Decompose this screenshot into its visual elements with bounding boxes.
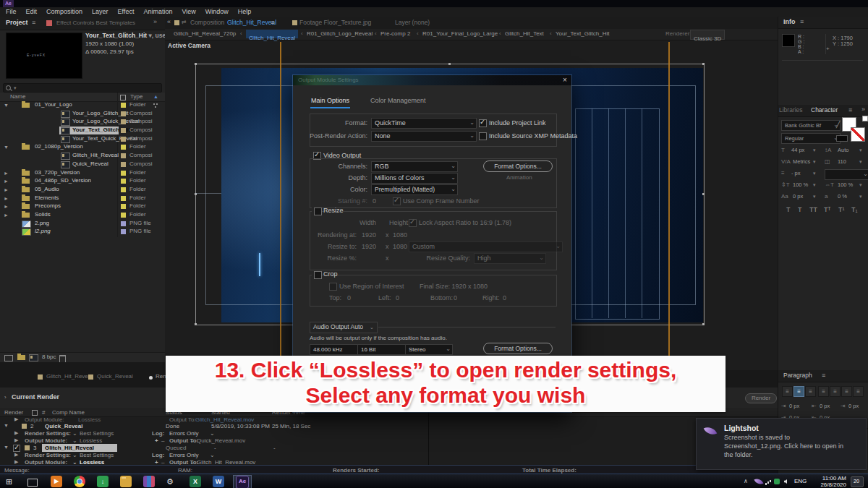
table-row[interactable]: Your_Logo_Quick_Reveal Composi <box>0 118 165 127</box>
tsume-value[interactable]: 0 % <box>838 194 847 200</box>
label-color[interactable] <box>121 162 126 167</box>
menu-effect[interactable]: Effect <box>118 9 135 16</box>
queue-row-quick-reveal[interactable]: ▼ 2 Quick_Reveal Done 5/8/2019, 10:33:08… <box>0 423 778 430</box>
chevron-down-icon[interactable]: ▾ <box>813 159 816 165</box>
sample-rate-select[interactable]: 48.000 kHz <box>310 344 365 355</box>
menu-file[interactable]: File <box>6 9 17 16</box>
dropdown-caret-icon[interactable]: ⌄ <box>72 437 77 444</box>
menu-composition[interactable]: Composition <box>46 9 82 16</box>
chevron-down-icon[interactable]: ▾ <box>859 194 862 200</box>
channels-select[interactable]: RGB <box>371 161 458 172</box>
flowchart-mini-icon[interactable]: ⇄ <box>182 20 187 26</box>
justify-last-right-button[interactable]: ≡ <box>841 386 852 397</box>
label-color[interactable] <box>121 187 126 192</box>
column-render[interactable]: Render <box>4 409 23 416</box>
dropdown-caret-icon[interactable]: ⌄ <box>72 430 77 437</box>
collapsed-icon[interactable]: ► <box>4 213 9 218</box>
label-color[interactable] <box>121 137 126 142</box>
dropdown-caret-icon[interactable]: ⌄ <box>210 430 215 437</box>
after-effects-taskbar-icon[interactable]: Ae <box>236 476 249 488</box>
indent-right-value[interactable]: 0 px <box>820 403 830 409</box>
breadcrumb-item[interactable]: Your_Text_Glitch_Hit <box>556 31 609 38</box>
collapsed-icon[interactable]: ▶ <box>14 437 18 443</box>
table-row[interactable]: ► 05_Audio Folder <box>0 186 165 194</box>
resize-checkbox[interactable] <box>314 207 322 215</box>
align-center-button[interactable]: ≡ <box>793 386 804 397</box>
audio-format-options-button[interactable]: Format Options... <box>483 343 553 354</box>
font-size-value[interactable]: 44 px <box>791 147 804 153</box>
sort-icon[interactable]: ▲ <box>153 94 158 100</box>
color-select[interactable]: Premultiplied (Matted) <box>371 184 458 195</box>
collapsed-icon[interactable]: ▶ <box>14 416 18 422</box>
table-row[interactable]: ▼ 02_1080p_Version Folder <box>0 143 165 152</box>
task-view-icon[interactable] <box>27 479 38 487</box>
tab-main-options[interactable]: Main Options <box>311 98 349 105</box>
faux-bold-button[interactable]: T <box>786 207 791 214</box>
collapsed-icon[interactable]: ► <box>4 204 9 210</box>
tab-info[interactable]: Info <box>783 19 796 26</box>
indent-left-value[interactable]: 0 px <box>789 403 799 409</box>
chevron-down-icon[interactable]: ▾ <box>813 147 816 153</box>
lightshot-notification[interactable]: Lightshot Screenshot is saved to Screens… <box>696 418 867 470</box>
dropdown-caret-icon[interactable]: ⌄ <box>210 452 215 458</box>
align-left-button[interactable]: ≡ <box>782 386 793 397</box>
character-overflow-icon[interactable]: » <box>861 106 865 114</box>
superscript-button[interactable]: T¹ <box>838 207 845 214</box>
breadcrumb-item[interactable]: Pre-comp 2 <box>380 31 410 38</box>
table-row[interactable]: ► Solids Folder <box>0 211 165 220</box>
collapsed-icon[interactable]: ► <box>4 179 9 184</box>
chevron-down-icon[interactable]: ▾ <box>813 171 816 176</box>
close-icon[interactable]: × <box>563 76 567 84</box>
leading-value[interactable]: Auto <box>838 147 848 153</box>
include-project-link-checkbox[interactable] <box>479 119 487 127</box>
column-type[interactable]: Type <box>130 94 142 100</box>
format-select[interactable]: QuickTime <box>371 118 477 129</box>
project-search-input[interactable]: ▾ <box>3 83 162 93</box>
chevron-down-icon[interactable]: ▾ <box>859 159 862 165</box>
subscript-button[interactable]: T₁ <box>851 207 858 214</box>
align-right-button[interactable]: ≡ <box>805 386 816 397</box>
chevron-down-icon[interactable]: ▾ <box>813 182 816 188</box>
log-value[interactable]: Errors Only <box>169 430 198 437</box>
panel-overflow-icon[interactable]: » <box>153 19 157 26</box>
font-style-select[interactable]: Regular <box>781 133 841 144</box>
dropdown-caret-icon[interactable]: ⌄ <box>190 437 195 444</box>
expander-icon[interactable]: › <box>4 395 7 401</box>
format-options-button[interactable]: Format Options... <box>483 160 553 172</box>
lightshot-tray-icon[interactable] <box>754 476 763 486</box>
label-color[interactable] <box>121 111 126 116</box>
tab-libraries[interactable]: Libraries <box>779 107 803 114</box>
interpret-footage-icon[interactable] <box>4 355 13 361</box>
eyedropper-icon[interactable]: ╱ <box>836 121 840 129</box>
chevron-down-icon[interactable]: ▾ <box>859 147 862 153</box>
tab-layer[interactable]: Layer (none) <box>395 20 430 26</box>
render-settings-value[interactable]: Best Settings <box>80 452 114 458</box>
render-button[interactable]: Render <box>745 393 777 403</box>
expander-icon[interactable]: ▼ <box>4 103 9 108</box>
faux-italic-button[interactable]: T <box>798 207 802 214</box>
new-composition-icon[interactable] <box>29 354 38 361</box>
label-color[interactable] <box>121 103 126 108</box>
audio-output-select[interactable]: Audio Output Auto ⌄ <box>310 322 378 333</box>
stroke-style-select[interactable] <box>825 169 868 180</box>
justify-last-center-button[interactable]: ≡ <box>830 386 841 397</box>
tab-effect-controls[interactable]: Effect Controls Best Templates <box>56 20 135 27</box>
table-row[interactable]: Glitch_Hit_Reveal Composi <box>0 152 165 160</box>
dropdown-caret-icon[interactable]: ⌄ <box>72 452 77 458</box>
panel-menu-icon[interactable]: ≡ <box>32 20 35 27</box>
table-row[interactable]: ► 04_486p_SD_Version Folder <box>0 177 165 186</box>
table-row[interactable]: Your_Text_Quick_Reveal Composi <box>0 135 165 144</box>
label-color[interactable] <box>121 229 126 234</box>
table-row[interactable]: Your_Logo_Glitch_Hit Composi <box>0 110 165 119</box>
channels-audio-select[interactable]: Stereo <box>405 344 453 355</box>
back-chevron-icon[interactable]: « <box>167 19 171 26</box>
breadcrumb-item[interactable]: Glitch_Hit_Reveal_720p <box>174 31 236 38</box>
winrar-icon[interactable] <box>143 476 155 487</box>
dialog-titlebar[interactable]: Output Module Settings × <box>293 75 571 85</box>
label-color[interactable] <box>121 145 126 150</box>
vertical-scale-value[interactable]: 100 % <box>793 182 808 188</box>
all-caps-button[interactable]: TT <box>809 207 817 214</box>
tab-timeline-quick-reveal[interactable]: Quick_Reveal <box>97 374 133 380</box>
paragraph-menu-icon[interactable]: ≡ <box>822 372 825 380</box>
collapsed-icon[interactable]: ▶ <box>14 452 18 458</box>
